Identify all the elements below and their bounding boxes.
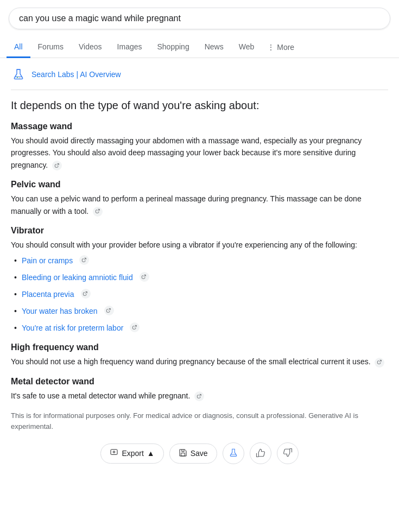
ai-share-button[interactable] [223, 442, 244, 464]
more-label: More [277, 43, 294, 52]
nav-tabs: All Forums Videos Images Shopping News W… [0, 37, 399, 58]
bullet-preterm: You're at risk for preterm labor [22, 322, 123, 334]
section-title-high-frequency: High frequency wand [11, 343, 388, 352]
section-pelvic-wand: Pelvic wand You can use a pelvic wand to… [11, 180, 388, 217]
export-icon [110, 448, 118, 459]
svg-point-1 [19, 78, 20, 78]
source-link-high-frequency[interactable] [375, 358, 384, 368]
export-label: Export [122, 449, 143, 458]
more-dots-icon: ⋮ [267, 43, 275, 52]
more-menu[interactable]: ⋮ More [262, 37, 300, 57]
bullet-bleeding: Bleeding or leaking amniotic fluid [22, 272, 133, 283]
ai-overview-text: Search Labs | AI Overview [31, 70, 121, 79]
ai-flask-icon [11, 67, 26, 82]
section-title-pelvic-wand: Pelvic wand [11, 180, 388, 189]
source-link-massage[interactable] [52, 161, 62, 170]
section-massage-wand: Massage wand You should avoid directly m… [11, 122, 388, 171]
section-metal-detector: Metal detector wand It's safe to use a m… [11, 377, 388, 402]
tab-images[interactable]: Images [110, 37, 150, 58]
source-link-placenta[interactable] [81, 289, 91, 299]
bullet-pain-cramps: Pain or cramps [22, 255, 73, 267]
list-item: Bleeding or leaking amniotic fluid [11, 272, 388, 283]
main-heading: It depends on the type of wand you're as… [11, 98, 388, 113]
ai-overview-header: Search Labs | AI Overview [11, 67, 388, 82]
search-query: can you use a magic wand while pregnant [19, 14, 181, 23]
tab-shopping[interactable]: Shopping [150, 37, 197, 58]
source-link-preterm[interactable] [130, 322, 140, 332]
section-vibrator: Vibrator You should consult with your pr… [11, 226, 388, 334]
source-link-bleeding[interactable] [140, 272, 149, 282]
divider [11, 90, 388, 90]
tab-forums[interactable]: Forums [30, 37, 71, 58]
section-body-high-frequency: You should not use a high frequency wand… [11, 356, 388, 368]
save-label: Save [191, 449, 208, 458]
thumbs-up-button[interactable] [250, 442, 271, 464]
svg-rect-3 [181, 453, 185, 455]
tab-web[interactable]: Web [231, 37, 262, 58]
search-bar-container: can you use a magic wand while pregnant [0, 0, 399, 37]
ai-share-icon [229, 448, 238, 459]
thumbs-up-icon [256, 448, 265, 459]
save-button[interactable]: Save [169, 444, 217, 464]
section-body-pelvic-wand: You can use a pelvic wand to perform a p… [11, 193, 388, 217]
source-link-pain[interactable] [79, 255, 89, 265]
section-title-massage-wand: Massage wand [11, 122, 388, 131]
ai-overview-label: Search Labs | AI Overview [31, 70, 121, 79]
section-title-vibrator: Vibrator [11, 226, 388, 236]
tab-news[interactable]: News [197, 37, 231, 58]
bullet-placenta: Placenta previa [22, 289, 74, 300]
disclaimer: This is for informational purposes only.… [11, 410, 388, 432]
section-body-massage-wand: You should avoid directly massaging your… [11, 135, 388, 171]
search-bar[interactable]: can you use a magic wand while pregnant [9, 8, 390, 29]
source-link-metal-detector[interactable] [194, 391, 204, 401]
section-body-metal-detector: It's safe to use a metal detector wand w… [11, 390, 388, 402]
source-link-pelvic[interactable] [93, 207, 103, 217]
bullet-water: Your water has broken [22, 306, 98, 317]
thumbs-down-button[interactable] [277, 442, 299, 464]
tab-videos[interactable]: Videos [71, 37, 110, 58]
export-chevron-icon: ▲ [147, 449, 155, 458]
list-item: Placenta previa [11, 289, 388, 300]
svg-point-0 [17, 77, 18, 78]
list-item: Pain or cramps [11, 255, 388, 267]
source-link-water[interactable] [104, 306, 114, 315]
tab-all[interactable]: All [7, 37, 30, 58]
thumbs-down-icon [283, 448, 293, 459]
list-item: You're at risk for preterm labor [11, 322, 388, 334]
section-title-metal-detector: Metal detector wand [11, 377, 388, 387]
vibrator-bullet-list: Pain or cramps Bleeding or leaking amnio… [11, 255, 388, 334]
export-button[interactable]: Export ▲ [100, 444, 163, 464]
main-content: Search Labs | AI Overview It depends on … [0, 58, 399, 486]
action-buttons: Export ▲ Save [11, 442, 388, 475]
section-high-frequency: High frequency wand You should not use a… [11, 343, 388, 368]
section-body-vibrator: You should consult with your provider be… [11, 239, 388, 251]
list-item: Your water has broken [11, 306, 388, 317]
save-icon [179, 448, 187, 459]
